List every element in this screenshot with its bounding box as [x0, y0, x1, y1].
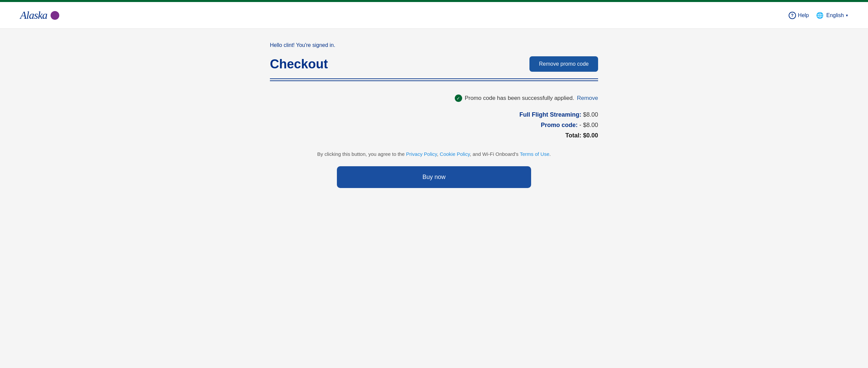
- help-link[interactable]: ? Help: [788, 12, 809, 19]
- buy-now-button[interactable]: Buy now: [337, 166, 531, 188]
- total-price: $0.00: [583, 132, 598, 139]
- signed-in-message: Hello clint! You're signed in.: [270, 42, 598, 48]
- header-right: ? Help 🌐 English ▾: [788, 12, 848, 19]
- total-row: Total: $0.00: [270, 132, 598, 139]
- promo-label: Promo code:: [541, 122, 578, 129]
- promo-price: - $8.00: [579, 122, 598, 129]
- checkout-header: Checkout Remove promo code: [270, 56, 598, 79]
- header-divider: [270, 80, 598, 81]
- checkout-title: Checkout: [270, 57, 328, 72]
- terms-of-use-link[interactable]: Terms of Use: [520, 151, 549, 157]
- chevron-down-icon: ▾: [846, 13, 848, 18]
- check-circle-icon: ✓: [455, 94, 462, 102]
- total-label: Total:: [565, 132, 581, 139]
- terms-comma1: ,: [437, 151, 440, 157]
- remove-promo-code-button[interactable]: Remove promo code: [529, 56, 598, 72]
- logo-area: Alaska: [20, 9, 59, 22]
- help-label: Help: [798, 12, 809, 19]
- promo-success-message: ✓ Promo code has been successfully appli…: [270, 94, 598, 102]
- terms-text: By clicking this button, you agree to th…: [270, 151, 598, 157]
- terms-prefix: By clicking this button, you agree to th…: [317, 151, 406, 157]
- terms-suffix: , and Wi-Fi Onboard's: [470, 151, 520, 157]
- language-label: English: [827, 12, 844, 19]
- promo-row: Promo code: - $8.00: [270, 122, 598, 129]
- alaska-logo: Alaska: [20, 9, 47, 22]
- pricing-summary: Full Flight Streaming: $8.00 Promo code:…: [270, 111, 598, 139]
- mileage-plan-logo: [51, 11, 59, 20]
- cookie-policy-link[interactable]: Cookie Policy: [440, 151, 470, 157]
- terms-period: .: [550, 151, 551, 157]
- promo-success-text: Promo code has been successfully applied…: [465, 95, 574, 102]
- full-flight-price: $8.00: [583, 111, 598, 118]
- remove-promo-link[interactable]: Remove: [577, 95, 598, 102]
- translate-icon: 🌐: [816, 12, 825, 19]
- svg-text:🌐: 🌐: [816, 12, 824, 19]
- help-icon: ?: [788, 12, 796, 19]
- privacy-policy-link[interactable]: Privacy Policy: [406, 151, 437, 157]
- full-flight-row: Full Flight Streaming: $8.00: [270, 111, 598, 118]
- language-selector[interactable]: 🌐 English ▾: [816, 12, 848, 19]
- full-flight-label: Full Flight Streaming:: [519, 111, 581, 118]
- main-content: Hello clint! You're signed in. Checkout …: [250, 29, 618, 208]
- header: Alaska ? Help 🌐 English ▾: [0, 2, 868, 29]
